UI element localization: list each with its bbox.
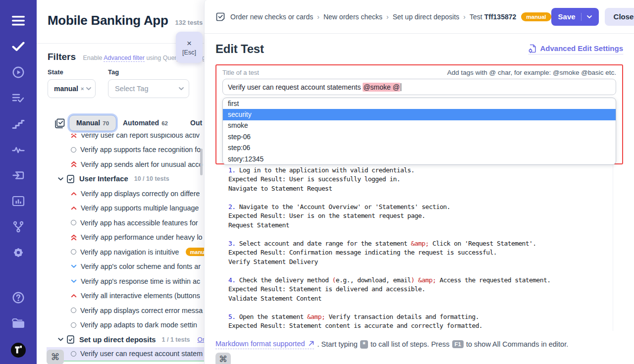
test-row[interactable]: Verify user can request account statem — [47, 347, 204, 362]
tag-suggestion-item[interactable]: step-06 — [223, 131, 616, 142]
status-circle-icon — [71, 351, 76, 357]
editor-line: Validate Statement Content — [228, 294, 613, 304]
gear-icon — [12, 246, 25, 259]
test-row[interactable]: Verify app displays correct error messa — [47, 303, 204, 318]
tag-suggestion-item[interactable]: first — [223, 98, 616, 109]
test-row[interactable]: Verify app's response time is within ac — [47, 274, 204, 289]
suite-tests-count: 1 / 1 tests — [162, 336, 190, 343]
test-row[interactable]: Verify app has accessible features for — [47, 215, 204, 230]
editor-line: Expected Result: User is successfully lo… — [228, 175, 613, 184]
order-link[interactable]: Order ne — [198, 336, 204, 343]
tab-out-of-sync[interactable]: Out of sync — [190, 119, 204, 127]
editor-line — [228, 230, 613, 239]
page-title: Edit Test — [215, 42, 264, 56]
project-title: Mobile Banking App — [48, 13, 168, 28]
test-row[interactable]: Verify app navigation is intuitivemanual — [47, 245, 204, 260]
status-circle-icon — [71, 322, 76, 328]
priority-low-icon — [71, 279, 77, 283]
close-icon: × — [187, 39, 192, 48]
edit-test-body: Edit Test Advanced Edit Settings Title o… — [205, 34, 634, 364]
test-title: Verify all interactive elements (buttons — [81, 292, 200, 300]
test-row[interactable]: Verify app displays correctly on differe — [47, 186, 204, 201]
markdown-supported-link[interactable]: Markdown format supported — [215, 340, 314, 349]
test-title-input[interactable]: Verify user can request account statemen… — [222, 79, 616, 95]
state-select[interactable]: manual × — [48, 79, 96, 98]
test-row[interactable]: Verify app performance under heavy lo — [47, 230, 204, 245]
editor-line: Expected Result: Statement content is ac… — [228, 321, 613, 331]
test-row[interactable]: Verify app's color scheme and fonts ar — [47, 260, 204, 274]
test-row[interactable]: Verify app sends alert for unusual acco — [47, 157, 204, 172]
save-dropdown-toggle[interactable] — [581, 13, 592, 21]
sidebar-item-steps[interactable] — [0, 111, 37, 137]
priority-high-icon — [71, 192, 77, 196]
tags-hint: Add tags with @ char, for example: @smok… — [447, 69, 616, 76]
remove-state-filter-icon[interactable]: × — [81, 86, 84, 92]
editor-line: 3. Select account and date range for the… — [228, 239, 613, 249]
priority-low-icon — [71, 264, 77, 268]
advanced-edit-settings-link[interactable]: Advanced Edit Settings — [528, 44, 623, 54]
test-row[interactable]: Verify app supports multiple language — [47, 201, 204, 216]
close-panel-esc-button[interactable]: × [Esc] — [176, 32, 203, 63]
tag-suggestion-item[interactable]: security — [223, 109, 616, 120]
save-button[interactable]: Save — [551, 8, 599, 26]
tag-label: Tag — [108, 68, 189, 76]
select-all-icon[interactable] — [54, 118, 65, 129]
app-logo[interactable] — [0, 336, 37, 364]
folder-icon — [11, 318, 25, 329]
test-title: Verify app's response time is within ac — [81, 277, 200, 285]
breadcrumb-item[interactable]: Set up direct deposits — [393, 13, 460, 21]
import-icon — [12, 170, 25, 181]
sidebar-item-tests[interactable] — [0, 34, 37, 59]
list-scrollbar[interactable] — [200, 149, 203, 175]
chevron-down-icon — [587, 15, 592, 18]
sidebar-item-projects[interactable] — [0, 311, 37, 336]
sidebar-item-settings[interactable] — [0, 240, 37, 265]
editor-line: Verify Statement Delivery — [228, 258, 613, 267]
status-circle-icon — [71, 220, 76, 225]
suite-title: User Interface — [79, 175, 128, 183]
command-shortcut-chip: ⌘ — [215, 353, 231, 364]
sidebar-item-import[interactable] — [0, 162, 37, 188]
tab-automated[interactable]: Automated 62 — [123, 119, 168, 127]
tab-manual[interactable]: Manual 70 — [69, 115, 116, 131]
sidebar-item-help[interactable] — [0, 285, 37, 311]
sidebar-item-runs[interactable] — [0, 59, 37, 85]
chevron-down-icon — [86, 87, 91, 90]
advanced-filter-link[interactable]: Advanced filter — [104, 54, 145, 62]
breadcrumb-item[interactable]: New orders checks — [323, 13, 382, 21]
editor-line — [228, 193, 613, 203]
play-circle-icon — [12, 66, 25, 79]
test-title: Verify app displays correctly on differe — [81, 190, 200, 198]
filters-title: Filters — [48, 52, 76, 62]
priority-high-icon — [71, 206, 77, 210]
steps-editor[interactable]: ### Steps1. Log in to the application wi… — [215, 156, 613, 331]
close-button[interactable]: Close — [605, 8, 634, 26]
title-field-label: Title of a test — [222, 69, 259, 76]
test-title: Verify user can request account statem — [80, 350, 203, 358]
tag-suggestion-item[interactable]: step:06 — [223, 143, 616, 154]
tag-suggestion-item[interactable]: story:12345 — [223, 154, 616, 164]
test-title: Verify app's color scheme and fonts ar — [81, 262, 201, 270]
sidebar-item-branches[interactable] — [0, 214, 37, 240]
editor-line: 4. Check the delivery method (e.g., down… — [228, 276, 613, 285]
editor-line: Expected Result: Confirmation message in… — [228, 248, 613, 258]
status-circle-icon — [71, 249, 76, 255]
breadcrumb-item[interactable]: Order new checks or cards — [230, 13, 313, 21]
test-row[interactable]: Verify app supports face recognition fo — [47, 143, 204, 157]
tag-select[interactable]: Select Tag — [108, 79, 189, 98]
suite-tests-count: 10 / 10 tests — [134, 175, 169, 182]
editor-footer: Markdown format supported . Start typing… — [215, 340, 623, 349]
editor-line: Navigate to Statement Request — [228, 184, 613, 194]
suite-row[interactable]: Set up direct deposits1 / 1 testsOrder n… — [47, 332, 204, 347]
test-row[interactable]: Verify all interactive elements (buttons — [47, 289, 204, 304]
sidebar-item-analytics[interactable] — [0, 137, 37, 162]
menu-button[interactable] — [0, 8, 37, 34]
suite-row[interactable]: User Interface10 / 10 tests — [47, 172, 204, 187]
breadcrumb-test-label: Test — [470, 13, 482, 21]
sidebar-item-reports[interactable] — [0, 188, 37, 214]
sidebar-item-test-plans[interactable] — [0, 85, 37, 111]
f1-key-badge: F1 — [452, 340, 464, 348]
test-row[interactable]: Verify app adapts to dark mode settin — [47, 318, 204, 333]
tag-suggestion-item[interactable]: smoke — [223, 120, 616, 131]
title-tags-validation-box: Title of a test Add tags with @ char, fo… — [215, 64, 623, 164]
